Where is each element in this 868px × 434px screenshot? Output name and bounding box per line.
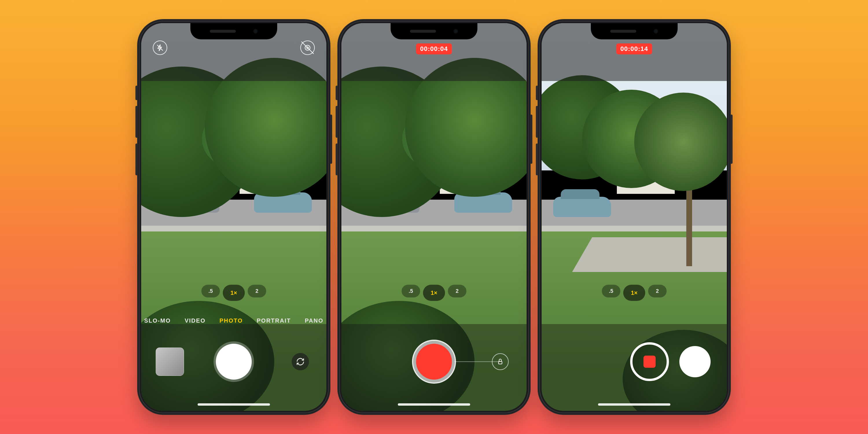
zoom-option-tele[interactable]: 2: [448, 285, 466, 298]
volume-down-button: [336, 144, 338, 175]
notch: [591, 23, 678, 39]
phone-screen: 00:00:14 .5 1× 2: [541, 23, 727, 411]
zoom-selector[interactable]: .5 1× 2: [202, 285, 266, 301]
zoom-option-wide[interactable]: 1×: [623, 285, 645, 301]
phone-frame-2: 00:00:04 .5 1× 2: [337, 19, 531, 415]
volume-up-button: [336, 106, 338, 138]
phone-screen: .5 1× 2 SLO-MO VIDEO PHOTO PORTRAIT PANO: [141, 23, 327, 411]
mode-pano[interactable]: PANO: [305, 317, 323, 324]
camera-controls-row: [141, 339, 327, 385]
home-indicator[interactable]: [398, 403, 470, 406]
live-photo-toggle-icon[interactable]: [300, 40, 315, 55]
zoom-selector[interactable]: .5 1× 2: [402, 285, 466, 301]
phone-frame-1: .5 1× 2 SLO-MO VIDEO PHOTO PORTRAIT PANO: [137, 19, 331, 415]
zoom-option-ultrawide[interactable]: .5: [602, 285, 620, 298]
volume-up-button: [135, 106, 138, 138]
home-indicator[interactable]: [197, 403, 270, 406]
mute-switch: [336, 86, 338, 100]
mute-switch: [135, 86, 138, 100]
capture-photo-button[interactable]: [679, 346, 711, 377]
power-button: [530, 115, 532, 164]
volume-down-button: [536, 144, 538, 175]
mode-video[interactable]: VIDEO: [185, 317, 206, 324]
camera-controls-row: [541, 339, 727, 385]
notch: [190, 23, 277, 39]
zoom-option-ultrawide[interactable]: .5: [402, 285, 420, 298]
power-button: [330, 115, 332, 164]
power-button: [730, 115, 733, 164]
stop-record-button[interactable]: [630, 342, 669, 381]
camera-mode-selector[interactable]: SLO-MO VIDEO PHOTO PORTRAIT PANO: [141, 317, 327, 324]
volume-up-button: [536, 106, 538, 138]
phone-frame-3: 00:00:14 .5 1× 2: [537, 19, 731, 415]
mode-portrait[interactable]: PORTRAIT: [257, 317, 291, 324]
quicktake-record-button[interactable]: [416, 344, 452, 380]
mode-slomo[interactable]: SLO-MO: [144, 317, 171, 324]
recording-timer: 00:00:14: [616, 43, 652, 54]
camera-controls-row: [341, 339, 527, 385]
shutter-button[interactable]: [216, 344, 252, 380]
flash-toggle-icon[interactable]: [153, 40, 167, 55]
volume-down-button: [135, 144, 138, 175]
zoom-option-ultrawide[interactable]: .5: [202, 285, 220, 298]
zoom-option-wide[interactable]: 1×: [423, 285, 445, 301]
zoom-option-tele[interactable]: 2: [248, 285, 266, 298]
phone-screen: 00:00:04 .5 1× 2: [341, 23, 527, 411]
last-photo-thumbnail[interactable]: [156, 347, 184, 376]
camera-flip-button[interactable]: [292, 353, 309, 370]
zoom-option-wide[interactable]: 1×: [223, 285, 245, 301]
background-gradient: .5 1× 2 SLO-MO VIDEO PHOTO PORTRAIT PANO: [0, 0, 868, 434]
zoom-option-tele[interactable]: 2: [648, 285, 666, 298]
mode-photo[interactable]: PHOTO: [219, 317, 243, 324]
notch: [391, 23, 477, 39]
svg-rect-3: [498, 361, 502, 364]
recording-timer: 00:00:04: [416, 43, 452, 54]
home-indicator[interactable]: [598, 403, 671, 406]
mute-switch: [536, 86, 538, 100]
quicktake-lock-icon[interactable]: [492, 353, 509, 370]
zoom-selector[interactable]: .5 1× 2: [602, 285, 666, 301]
